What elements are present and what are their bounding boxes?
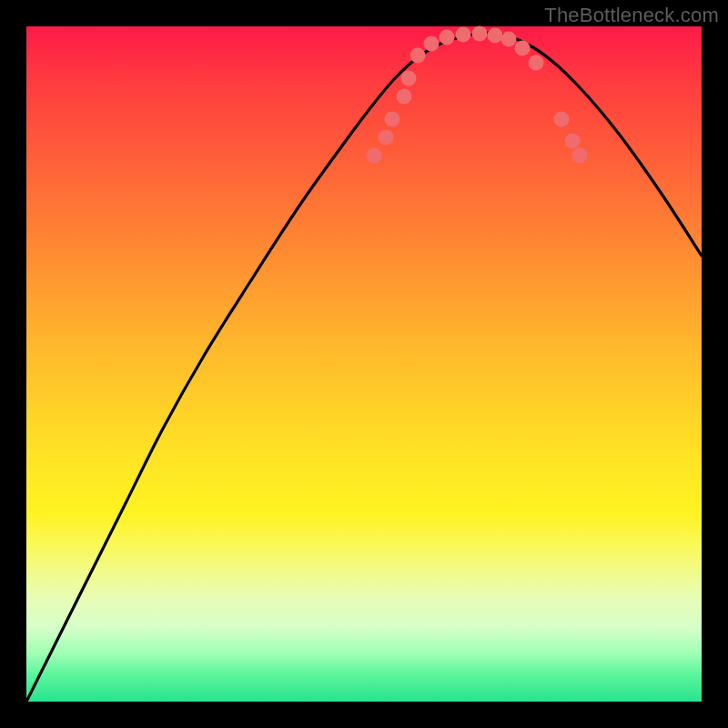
data-dot (424, 36, 440, 52)
data-dot (456, 27, 471, 43)
data-dot (565, 134, 581, 149)
data-dot (488, 28, 503, 44)
data-dot (401, 71, 417, 86)
bottleneck-curve (26, 33, 702, 702)
data-dot (472, 26, 488, 42)
watermark-text: TheBottleneck.com (544, 4, 719, 27)
data-dot (529, 56, 544, 71)
chart-frame: TheBottleneck.com (0, 0, 728, 728)
data-dot (397, 89, 412, 105)
data-dot (440, 30, 455, 46)
data-dot (554, 112, 570, 127)
data-dot (410, 48, 426, 64)
data-dot (515, 41, 531, 56)
curve-layer (26, 26, 702, 702)
data-dot (572, 148, 588, 164)
data-dot (379, 130, 394, 146)
data-dot (501, 32, 517, 47)
data-dots (367, 26, 588, 164)
data-dot (367, 148, 382, 164)
data-dot (385, 112, 400, 127)
